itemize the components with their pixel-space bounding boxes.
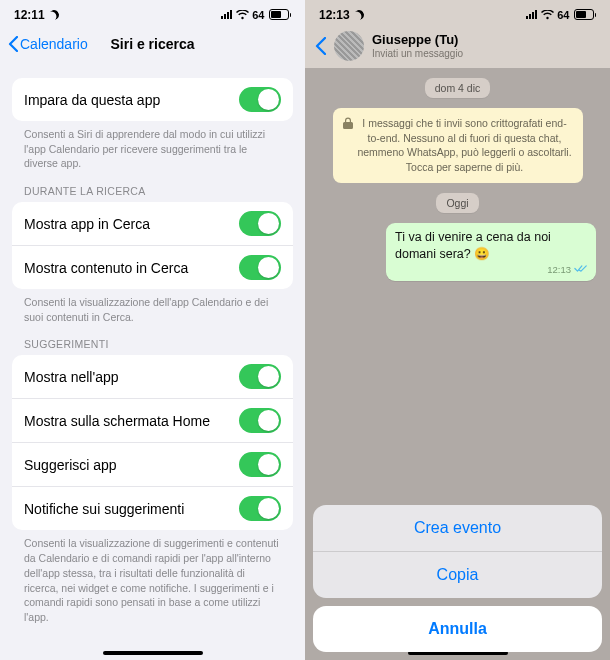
battery-percent: 64 xyxy=(252,9,264,21)
search-header: DURANTE LA RICERCA xyxy=(12,185,293,202)
battery-icon xyxy=(269,9,292,20)
status-time: 12:13 xyxy=(319,8,350,22)
whatsapp-screen: 12:13 64 Giuseppe (Tu) Inviati un messag… xyxy=(305,0,610,660)
cellular-icon xyxy=(526,10,537,19)
sheet-cancel[interactable]: Annulla xyxy=(313,606,602,652)
cellular-icon xyxy=(221,10,232,19)
back-label: Calendario xyxy=(20,36,88,52)
toggle[interactable] xyxy=(239,408,281,433)
contact-name: Giuseppe (Tu) xyxy=(372,33,463,48)
suggest-row-3[interactable]: Notifiche sui suggerimenti xyxy=(12,486,293,530)
contact-subtitle: Inviati un messaggio xyxy=(372,48,463,60)
suggest-row-0[interactable]: Mostra nell'app xyxy=(12,355,293,398)
date-pill: dom 4 dic xyxy=(425,78,491,98)
chevron-left-icon xyxy=(8,36,18,52)
learn-toggle[interactable] xyxy=(239,87,281,112)
toggle[interactable] xyxy=(239,496,281,521)
focus-moon-icon xyxy=(352,8,366,22)
search-footer: Consenti la visualizzazione dell'app Cal… xyxy=(12,289,293,324)
message-text: Ti va di venire a cena da noi domani ser… xyxy=(395,230,551,261)
today-pill: Oggi xyxy=(436,193,478,213)
avatar[interactable] xyxy=(334,31,364,61)
settings-screen: 12:11 64 Calendario Siri e ricerca Im xyxy=(0,0,305,660)
back-button[interactable]: Calendario xyxy=(8,36,88,52)
chat-header[interactable]: Giuseppe (Tu) Inviati un messaggio xyxy=(305,24,610,68)
suggest-footer: Consenti la visualizzazione di suggerime… xyxy=(12,530,293,624)
encryption-notice[interactable]: I messaggi che ti invii sono crittografa… xyxy=(333,108,583,183)
status-bar: 12:13 64 xyxy=(305,0,610,24)
home-indicator xyxy=(103,651,203,655)
wifi-icon xyxy=(541,10,553,19)
suggest-row-1[interactable]: Mostra sulla schermata Home xyxy=(12,398,293,442)
lock-icon xyxy=(343,117,353,129)
battery-icon xyxy=(574,9,597,20)
sheet-create-event[interactable]: Crea evento xyxy=(313,505,602,551)
learn-row[interactable]: Impara da questa app xyxy=(12,78,293,121)
message-bubble[interactable]: Ti va di venire a cena da noi domani ser… xyxy=(386,223,596,282)
toggle[interactable] xyxy=(239,211,281,236)
read-ticks-icon xyxy=(574,264,588,277)
wifi-icon xyxy=(236,10,248,19)
action-sheet: Crea evento Copia Annulla xyxy=(305,497,610,660)
search-row-0[interactable]: Mostra app in Cerca xyxy=(12,202,293,245)
toggle[interactable] xyxy=(239,364,281,389)
suggest-row-2[interactable]: Suggerisci app xyxy=(12,442,293,486)
learn-label: Impara da questa app xyxy=(24,92,160,108)
battery-percent: 64 xyxy=(557,9,569,21)
toggle[interactable] xyxy=(239,452,281,477)
sheet-copy[interactable]: Copia xyxy=(313,551,602,598)
message-time: 12:13 xyxy=(547,264,571,277)
nav-bar: Calendario Siri e ricerca xyxy=(0,24,305,64)
focus-moon-icon xyxy=(47,8,61,22)
suggest-header: SUGGERIMENTI xyxy=(12,338,293,355)
back-button[interactable] xyxy=(315,37,326,55)
search-row-1[interactable]: Mostra contenuto in Cerca xyxy=(12,245,293,289)
toggle[interactable] xyxy=(239,255,281,280)
status-bar: 12:11 64 xyxy=(0,0,305,24)
learn-footer: Consenti a Siri di apprendere dal modo i… xyxy=(12,121,293,171)
status-time: 12:11 xyxy=(14,8,45,22)
